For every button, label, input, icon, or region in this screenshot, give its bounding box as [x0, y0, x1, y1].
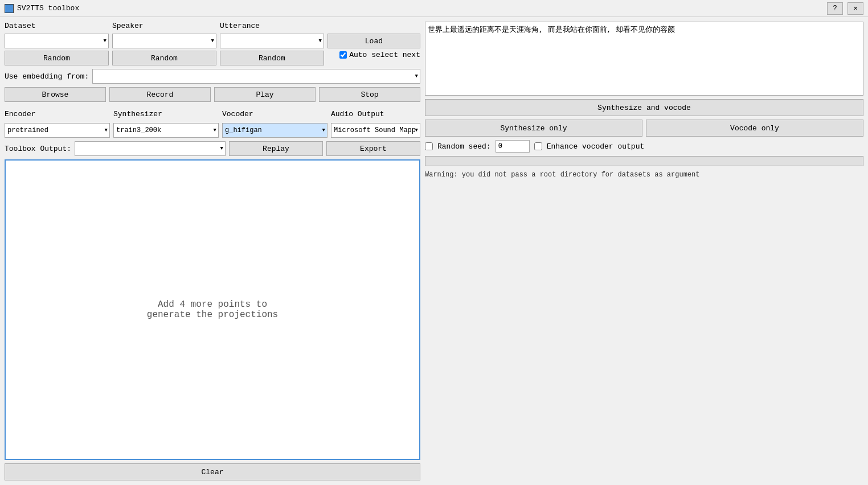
- load-col: x Load Auto select next: [327, 22, 420, 59]
- help-button[interactable]: ?: [827, 2, 843, 15]
- title-bar-left: SV2TTS toolbox: [5, 4, 79, 13]
- auto-select-label: Auto select next: [349, 51, 420, 59]
- random-seed-input[interactable]: [496, 140, 530, 153]
- speaker-select-wrapper: [112, 34, 216, 48]
- synthesizer-select-col: train3_200k: [113, 123, 219, 138]
- dataset-random-button[interactable]: Random: [5, 51, 109, 65]
- plot-area: Add 4 more points to generate the projec…: [5, 159, 420, 460]
- audio-output-label: Audio Output: [331, 110, 420, 118]
- record-button[interactable]: Record: [109, 87, 211, 102]
- speaker-col: Speaker Random: [112, 22, 216, 65]
- vocoder-select-col: g_hifigan: [222, 123, 327, 138]
- vocode-only-button[interactable]: Vocode only: [646, 120, 863, 137]
- app-title: SV2TTS toolbox: [17, 4, 79, 13]
- title-bar: SV2TTS toolbox ? ✕: [0, 0, 868, 17]
- toolbox-output-select-wrapper: [75, 141, 226, 156]
- encoder-select-col: pretrained: [5, 123, 110, 138]
- toolbox-output-label: Toolbox Output:: [5, 145, 71, 153]
- embed-row: Use embedding from:: [5, 69, 420, 84]
- dataset-select[interactable]: [5, 34, 109, 48]
- vocoder-col: Vocoder: [222, 110, 327, 120]
- embed-select[interactable]: [92, 69, 420, 84]
- synthesizer-col: Synthesizer: [113, 110, 219, 120]
- replay-button[interactable]: Replay: [229, 141, 323, 156]
- audio-output-col: Audio Output: [331, 110, 420, 120]
- load-button[interactable]: Load: [327, 34, 420, 48]
- close-button[interactable]: ✕: [847, 2, 863, 15]
- vocoder-select-wrapper: g_hifigan: [222, 123, 327, 138]
- synthesizer-select-wrapper: train3_200k: [113, 123, 219, 138]
- utterance-random-button[interactable]: Random: [220, 51, 324, 65]
- utterance-label: Utterance: [220, 22, 324, 30]
- utterance-col: Utterance Random: [220, 22, 324, 65]
- synthesizer-select[interactable]: train3_200k: [113, 123, 219, 138]
- export-button[interactable]: Export: [326, 141, 420, 156]
- auto-select-checkbox[interactable]: [339, 51, 347, 59]
- encoder-select-wrapper: pretrained: [5, 123, 110, 138]
- utterance-select-wrapper: [220, 34, 324, 48]
- dataset-col: Dataset Random: [5, 22, 109, 65]
- enhance-vocoder-checkbox[interactable]: [534, 142, 542, 150]
- play-button[interactable]: Play: [214, 87, 316, 102]
- main-content: Dataset Random Speaker Random Utte: [0, 17, 868, 485]
- speaker-select[interactable]: [112, 34, 216, 48]
- vocoder-select[interactable]: g_hifigan: [222, 123, 327, 138]
- encoder-select[interactable]: pretrained: [5, 123, 110, 138]
- synthesizer-label: Synthesizer: [113, 110, 219, 118]
- speaker-label: Speaker: [112, 22, 216, 30]
- encoder-selects-row: pretrained train3_200k g_hifigan: [5, 123, 420, 138]
- random-seed-label: Random seed:: [437, 142, 491, 151]
- toolbox-output-select[interactable]: [75, 141, 226, 156]
- left-panel: Dataset Random Speaker Random Utte: [5, 22, 420, 480]
- toolbox-output-row: Toolbox Output: Replay Export: [5, 141, 420, 156]
- progress-bar: [425, 156, 863, 166]
- encoder-col: Encoder: [5, 110, 110, 120]
- stop-button[interactable]: Stop: [319, 87, 420, 102]
- synth-vocode-row: Synthesize only Vocode only: [425, 120, 863, 137]
- app-icon: [5, 4, 14, 13]
- speaker-random-button[interactable]: Random: [112, 51, 216, 65]
- utterance-select[interactable]: [220, 34, 324, 48]
- warning-text: Warning: you did not pass a root directo…: [425, 170, 863, 180]
- audio-output-select-wrapper: Microsoft Sound Mapp: [331, 123, 420, 138]
- random-seed-checkbox[interactable]: [425, 142, 433, 150]
- encoder-labels-row: Encoder Synthesizer Vocoder Audio Output: [5, 110, 420, 120]
- dataset-label: Dataset: [5, 22, 109, 30]
- browse-button[interactable]: Browse: [5, 87, 106, 102]
- audio-output-select[interactable]: Microsoft Sound Mapp: [331, 123, 420, 138]
- browse-row: Browse Record Play Stop: [5, 87, 420, 102]
- plot-message: Add 4 more points to generate the projec…: [147, 299, 278, 320]
- encoder-label: Encoder: [5, 110, 110, 118]
- vocoder-label: Vocoder: [222, 110, 327, 118]
- dataset-select-wrapper: [5, 34, 109, 48]
- synthesize-only-button[interactable]: Synthesize only: [425, 120, 642, 137]
- auto-select-row: Auto select next: [339, 51, 420, 59]
- embed-label: Use embedding from:: [5, 72, 89, 81]
- dataset-row: Dataset Random Speaker Random Utte: [5, 22, 420, 65]
- clear-button[interactable]: Clear: [5, 463, 420, 480]
- title-bar-buttons: ? ✕: [827, 2, 863, 15]
- embed-select-wrapper: [92, 69, 420, 84]
- text-input[interactable]: [425, 22, 863, 96]
- seed-row: Random seed: Enhance vocoder output: [425, 140, 863, 153]
- audio-output-select-col: Microsoft Sound Mapp: [331, 123, 420, 138]
- synthesize-vocode-button[interactable]: Synthesize and vocode: [425, 99, 863, 116]
- right-panel: Synthesize and vocode Synthesize only Vo…: [425, 22, 863, 480]
- enhance-vocoder-label: Enhance vocoder output: [547, 142, 645, 151]
